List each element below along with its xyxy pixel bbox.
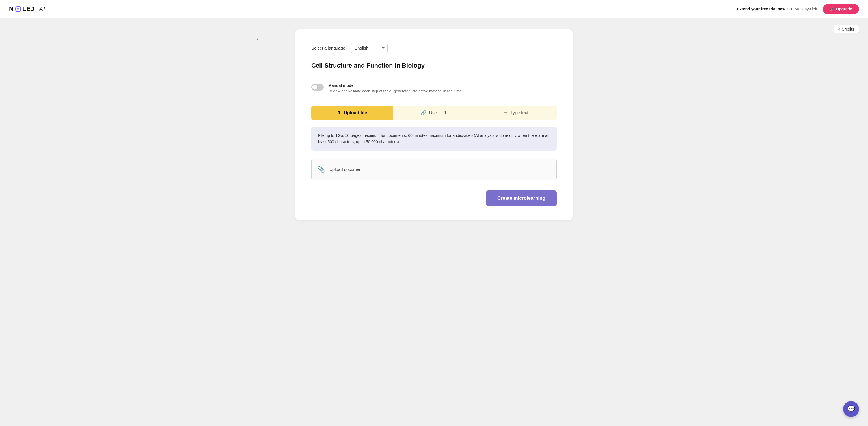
create-microlearning-button[interactable]: Create microlearning [486, 190, 557, 206]
tab-type-text[interactable]: ☰ Type text [475, 105, 557, 120]
logo-ai: AI [39, 5, 45, 13]
upload-area[interactable]: 📎 Upload document [311, 159, 557, 180]
upload-placeholder: Upload document [330, 167, 363, 172]
credits-label: 4 Credits [838, 27, 854, 31]
content-card: Select a language: English French Spanis… [296, 29, 572, 220]
manual-mode-toggle[interactable] [311, 84, 324, 91]
upgrade-label: Upgrade [836, 7, 852, 11]
language-row: Select a language: English French Spanis… [311, 43, 557, 53]
create-btn-row: Create microlearning [311, 190, 557, 206]
logo-text: N [9, 5, 14, 13]
logo: N LEJ AI [9, 5, 45, 13]
upload-icon: ⬆ [337, 110, 341, 115]
trial-days: -19562 days left [789, 7, 817, 11]
paperclip-icon: 📎 [317, 166, 325, 173]
header: N LEJ AI Extend your free trial now ! -1… [0, 0, 868, 18]
module-title: Cell Structure and Function in Biology [311, 62, 557, 75]
tab-row: ⬆ Upload file 🔗 Use URL ☰ Type text [311, 105, 557, 120]
trial-link[interactable]: Extend your free trial now ! [737, 7, 788, 11]
tab-upload-label: Upload file [344, 110, 367, 115]
main-layout: ← Select a language: English French Span… [236, 18, 632, 231]
chat-icon: 💬 [847, 405, 855, 413]
back-arrow-icon: ← [255, 35, 261, 42]
rocket-icon: 🚀 [830, 7, 834, 11]
header-right: Extend your free trial now ! -19562 days… [737, 4, 859, 14]
logo-icon [15, 6, 21, 12]
logo-text-2: LEJ [22, 5, 34, 13]
language-label: Select a language: [311, 45, 346, 50]
create-btn-label: Create microlearning [497, 195, 546, 201]
manual-mode-info: Manual mode Review and validate each ste… [328, 83, 463, 93]
chat-button[interactable]: 💬 [843, 401, 859, 417]
manual-mode-desc: Review and validate each step of the AI-… [328, 89, 463, 93]
tab-use-url[interactable]: 🔗 Use URL [393, 105, 475, 120]
tab-upload-file[interactable]: ⬆ Upload file [311, 105, 393, 120]
tab-text-label: Type text [510, 110, 528, 115]
link-icon: 🔗 [421, 110, 426, 115]
toggle-thumb [312, 85, 317, 90]
manual-mode-row: Manual mode Review and validate each ste… [311, 83, 557, 95]
info-box: File up to 1Go, 50 pages maximum for doc… [311, 127, 557, 151]
manual-mode-title: Manual mode [328, 83, 463, 88]
tab-url-label: Use URL [429, 110, 447, 115]
info-text: File up to 1Go, 50 pages maximum for doc… [318, 133, 549, 144]
text-icon: ☰ [503, 110, 507, 115]
credits-badge: 4 Credits [834, 25, 859, 33]
trial-text: Extend your free trial now ! -19562 days… [737, 7, 817, 11]
language-select[interactable]: English French Spanish German Italian [351, 43, 388, 53]
back-button[interactable]: ← [253, 33, 264, 45]
upgrade-button[interactable]: 🚀 Upgrade [823, 4, 859, 14]
